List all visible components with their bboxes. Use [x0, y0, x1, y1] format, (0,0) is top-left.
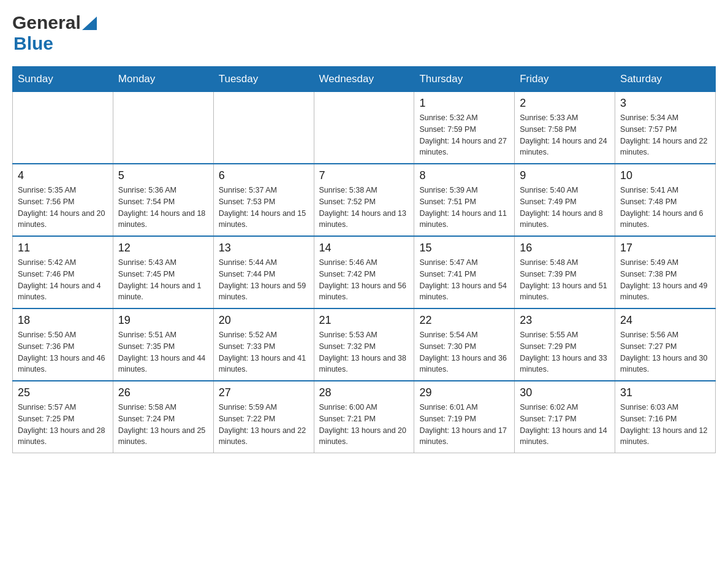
calendar-cell: 2Sunrise: 5:33 AM Sunset: 7:58 PM Daylig… [515, 92, 615, 164]
calendar-week-2: 4Sunrise: 5:35 AM Sunset: 7:56 PM Daylig… [13, 164, 716, 236]
day-info: Sunrise: 5:34 AM Sunset: 7:57 PM Dayligh… [620, 112, 710, 158]
day-info: Sunrise: 5:52 AM Sunset: 7:33 PM Dayligh… [219, 329, 309, 375]
day-number: 6 [219, 169, 309, 182]
day-number: 29 [419, 386, 509, 399]
day-number: 15 [419, 242, 509, 255]
day-info: Sunrise: 5:49 AM Sunset: 7:38 PM Dayligh… [620, 257, 710, 303]
day-number: 13 [219, 242, 309, 255]
calendar-cell: 4Sunrise: 5:35 AM Sunset: 7:56 PM Daylig… [13, 164, 113, 236]
logo: General Blue [12, 12, 97, 54]
day-number: 8 [419, 169, 509, 182]
page-header: General Blue [12, 12, 716, 54]
weekday-header-monday: Monday [113, 67, 213, 92]
day-info: Sunrise: 5:51 AM Sunset: 7:35 PM Dayligh… [118, 329, 208, 375]
calendar-cell: 9Sunrise: 5:40 AM Sunset: 7:49 PM Daylig… [515, 164, 615, 236]
calendar-week-5: 25Sunrise: 5:57 AM Sunset: 7:25 PM Dayli… [13, 381, 716, 453]
day-number: 1 [419, 97, 509, 110]
calendar-cell: 20Sunrise: 5:52 AM Sunset: 7:33 PM Dayli… [213, 308, 314, 381]
calendar-cell: 15Sunrise: 5:47 AM Sunset: 7:41 PM Dayli… [414, 236, 515, 308]
day-info: Sunrise: 5:56 AM Sunset: 7:27 PM Dayligh… [620, 329, 710, 375]
calendar-cell [113, 92, 213, 164]
day-number: 12 [118, 242, 208, 255]
logo-triangle-icon [82, 17, 97, 30]
calendar-cell: 27Sunrise: 5:59 AM Sunset: 7:22 PM Dayli… [213, 381, 314, 453]
calendar-cell: 11Sunrise: 5:42 AM Sunset: 7:46 PM Dayli… [13, 236, 113, 308]
day-info: Sunrise: 5:44 AM Sunset: 7:44 PM Dayligh… [219, 257, 309, 303]
day-number: 3 [620, 97, 710, 110]
calendar-cell [213, 92, 314, 164]
day-number: 14 [319, 242, 409, 255]
day-info: Sunrise: 5:38 AM Sunset: 7:52 PM Dayligh… [319, 185, 409, 231]
day-info: Sunrise: 6:01 AM Sunset: 7:19 PM Dayligh… [419, 402, 509, 448]
calendar-cell: 31Sunrise: 6:03 AM Sunset: 7:16 PM Dayli… [615, 381, 716, 453]
calendar-cell: 26Sunrise: 5:58 AM Sunset: 7:24 PM Dayli… [113, 381, 213, 453]
day-number: 20 [219, 314, 309, 327]
day-info: Sunrise: 6:03 AM Sunset: 7:16 PM Dayligh… [620, 402, 710, 448]
logo-blue-text: Blue [13, 33, 53, 53]
day-info: Sunrise: 5:43 AM Sunset: 7:45 PM Dayligh… [118, 257, 208, 303]
day-number: 5 [118, 169, 208, 182]
day-number: 28 [319, 386, 409, 399]
day-number: 27 [219, 386, 309, 399]
calendar-cell: 7Sunrise: 5:38 AM Sunset: 7:52 PM Daylig… [314, 164, 414, 236]
calendar-cell: 30Sunrise: 6:02 AM Sunset: 7:17 PM Dayli… [515, 381, 615, 453]
day-info: Sunrise: 5:42 AM Sunset: 7:46 PM Dayligh… [18, 257, 108, 303]
day-number: 17 [620, 242, 710, 255]
calendar-cell: 19Sunrise: 5:51 AM Sunset: 7:35 PM Dayli… [113, 308, 213, 381]
calendar-cell: 24Sunrise: 5:56 AM Sunset: 7:27 PM Dayli… [615, 308, 716, 381]
day-number: 2 [520, 97, 610, 110]
calendar-cell: 1Sunrise: 5:32 AM Sunset: 7:59 PM Daylig… [414, 92, 515, 164]
weekday-header-sunday: Sunday [13, 67, 113, 92]
day-info: Sunrise: 5:47 AM Sunset: 7:41 PM Dayligh… [419, 257, 509, 303]
day-number: 19 [118, 314, 208, 327]
day-info: Sunrise: 5:32 AM Sunset: 7:59 PM Dayligh… [419, 112, 509, 158]
calendar-cell: 10Sunrise: 5:41 AM Sunset: 7:48 PM Dayli… [615, 164, 716, 236]
day-info: Sunrise: 6:02 AM Sunset: 7:17 PM Dayligh… [520, 402, 610, 448]
calendar-cell [13, 92, 113, 164]
day-number: 22 [419, 314, 509, 327]
calendar-cell: 8Sunrise: 5:39 AM Sunset: 7:51 PM Daylig… [414, 164, 515, 236]
day-info: Sunrise: 5:57 AM Sunset: 7:25 PM Dayligh… [18, 402, 108, 448]
day-info: Sunrise: 5:58 AM Sunset: 7:24 PM Dayligh… [118, 402, 208, 448]
svg-marker-0 [82, 17, 97, 30]
day-info: Sunrise: 5:40 AM Sunset: 7:49 PM Dayligh… [520, 185, 610, 231]
calendar-header-row: SundayMondayTuesdayWednesdayThursdayFrid… [13, 67, 716, 92]
calendar-week-1: 1Sunrise: 5:32 AM Sunset: 7:59 PM Daylig… [13, 92, 716, 164]
weekday-header-friday: Friday [515, 67, 615, 92]
day-info: Sunrise: 5:48 AM Sunset: 7:39 PM Dayligh… [520, 257, 610, 303]
calendar-cell: 6Sunrise: 5:37 AM Sunset: 7:53 PM Daylig… [213, 164, 314, 236]
calendar-cell: 12Sunrise: 5:43 AM Sunset: 7:45 PM Dayli… [113, 236, 213, 308]
calendar-cell: 23Sunrise: 5:55 AM Sunset: 7:29 PM Dayli… [515, 308, 615, 381]
day-number: 23 [520, 314, 610, 327]
day-number: 4 [18, 169, 108, 182]
calendar-cell: 13Sunrise: 5:44 AM Sunset: 7:44 PM Dayli… [213, 236, 314, 308]
day-number: 10 [620, 169, 710, 182]
day-number: 24 [620, 314, 710, 327]
calendar-cell: 22Sunrise: 5:54 AM Sunset: 7:30 PM Dayli… [414, 308, 515, 381]
day-info: Sunrise: 5:33 AM Sunset: 7:58 PM Dayligh… [520, 112, 610, 158]
calendar-cell: 29Sunrise: 6:01 AM Sunset: 7:19 PM Dayli… [414, 381, 515, 453]
weekday-header-saturday: Saturday [615, 67, 716, 92]
day-info: Sunrise: 5:41 AM Sunset: 7:48 PM Dayligh… [620, 185, 710, 231]
day-number: 26 [118, 386, 208, 399]
calendar-cell: 21Sunrise: 5:53 AM Sunset: 7:32 PM Dayli… [314, 308, 414, 381]
calendar-cell: 25Sunrise: 5:57 AM Sunset: 7:25 PM Dayli… [13, 381, 113, 453]
day-number: 30 [520, 386, 610, 399]
calendar-week-3: 11Sunrise: 5:42 AM Sunset: 7:46 PM Dayli… [13, 236, 716, 308]
day-number: 7 [319, 169, 409, 182]
day-number: 16 [520, 242, 610, 255]
calendar-cell: 16Sunrise: 5:48 AM Sunset: 7:39 PM Dayli… [515, 236, 615, 308]
calendar-cell: 17Sunrise: 5:49 AM Sunset: 7:38 PM Dayli… [615, 236, 716, 308]
day-info: Sunrise: 5:39 AM Sunset: 7:51 PM Dayligh… [419, 185, 509, 231]
day-info: Sunrise: 5:55 AM Sunset: 7:29 PM Dayligh… [520, 329, 610, 375]
day-info: Sunrise: 5:59 AM Sunset: 7:22 PM Dayligh… [219, 402, 309, 448]
day-info: Sunrise: 5:35 AM Sunset: 7:56 PM Dayligh… [18, 185, 108, 231]
logo-general-text: General [12, 12, 81, 33]
weekday-header-wednesday: Wednesday [314, 67, 414, 92]
day-number: 11 [18, 242, 108, 255]
day-number: 9 [520, 169, 610, 182]
calendar-cell: 5Sunrise: 5:36 AM Sunset: 7:54 PM Daylig… [113, 164, 213, 236]
day-info: Sunrise: 5:36 AM Sunset: 7:54 PM Dayligh… [118, 185, 208, 231]
calendar-cell: 14Sunrise: 5:46 AM Sunset: 7:42 PM Dayli… [314, 236, 414, 308]
day-info: Sunrise: 5:46 AM Sunset: 7:42 PM Dayligh… [319, 257, 409, 303]
